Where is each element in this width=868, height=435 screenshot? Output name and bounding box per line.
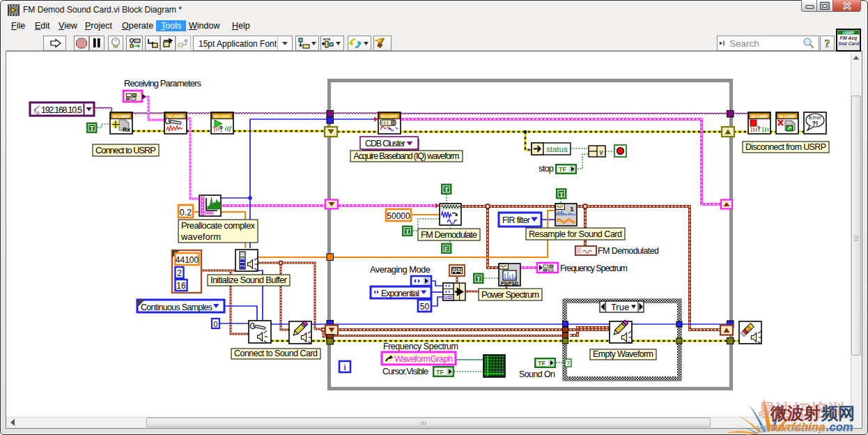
svg-text:?: ? [566,360,570,367]
svg-text:status: status [546,145,568,153]
svg-text:Continuous Samples: Continuous Samples [141,303,212,312]
svg-text:Sound On: Sound On [519,369,555,379]
svg-text:0.2: 0.2 [180,208,192,218]
svg-text:FM Acq: FM Acq [840,36,858,41]
svg-text:T: T [444,185,449,193]
svg-text:?: ? [825,38,830,49]
svg-text:T: T [90,124,94,132]
svg-text:NI·USRP: NI·USRP [779,114,796,119]
svg-text:Connect to USRP: Connect to USRP [95,145,156,155]
svg-text:Frequency Spectrum: Frequency Spectrum [383,342,458,351]
svg-text:Receiving Parameters: Receiving Parameters [124,78,202,89]
svg-text:WaveformGraph: WaveformGraph [394,354,453,364]
svg-text:.com: .com [826,420,853,433]
svg-text:?!: ?! [812,120,819,127]
svg-text:Connect to Sound Card: Connect to Sound Card [234,349,318,358]
svg-text:44100: 44100 [176,255,199,265]
svg-text:192.168.10.5: 192.168.10.5 [41,105,82,115]
svg-text:Averaging Mode: Averaging Mode [370,264,431,275]
svg-text:T: T [559,190,564,198]
svg-text:FM Demodulated: FM Demodulated [598,246,659,256]
svg-text:2: 2 [177,268,182,278]
svg-text:TF: TF [559,166,566,173]
svg-text:16: 16 [176,281,186,291]
svg-text:i: i [343,363,346,372]
svg-text:PS/PSD: PS/PSD [501,281,518,286]
svg-text:Initialize Sound Buffer: Initialize Sound Buffer [210,275,288,285]
svg-text:TF: TF [436,369,444,376]
svg-text:CDB Cluster: CDB Cluster [365,139,405,148]
svg-text:Power Spectrum: Power Spectrum [481,289,539,300]
svg-text:Empty Waveform: Empty Waveform [593,349,653,359]
svg-text:T: T [405,227,410,235]
svg-text:FIR filter: FIR filter [502,215,530,225]
svg-text:NI·USRP: NI·USRP [167,114,184,119]
svg-text:USRP: USRP [843,31,855,35]
svg-text:Resample for Sound Card: Resample for Sound Card [529,229,622,239]
svg-text:waveform: waveform [180,231,221,242]
svg-text:微波射: 微波射 [770,404,821,422]
svg-text:NI·USRP: NI·USRP [113,114,130,119]
svg-text:Exponential: Exponential [381,289,419,298]
svg-text:F: F [444,245,449,252]
svg-text:1: 1 [570,205,574,213]
svg-text:o: o [36,109,40,116]
svg-text:TF: TF [538,360,545,367]
svg-text:NI·USRP: NI·USRP [214,114,231,119]
svg-text:mwrfchina: mwrfchina [768,420,826,433]
svg-text:50000: 50000 [387,211,410,221]
svg-text:v: v [600,148,603,156]
svg-text:FM Demodulate: FM Demodulate [421,229,477,240]
svg-text:频网: 频网 [821,404,855,422]
svg-text:Acquire Baseband (IQ) waveform: Acquire Baseband (IQ) waveform [354,151,460,161]
svg-text:NI·USRP: NI·USRP [381,114,398,119]
svg-text:50: 50 [420,302,430,312]
svg-text:Snd Card: Snd Card [838,41,860,46]
svg-text:T: T [476,275,481,282]
svg-text:NI·USRP: NI·USRP [751,114,768,119]
svg-text:Disconnect from USRP: Disconnect from USRP [745,142,826,152]
svg-text:0: 0 [213,320,217,328]
svg-text:Preallocate complex: Preallocate complex [181,220,256,231]
svg-text:stop: stop [538,163,554,174]
svg-text:Cursor.Visible: Cursor.Visible [382,367,428,376]
svg-text:True: True [611,302,629,312]
svg-text:Frequency Spectrum: Frequency Spectrum [560,264,628,273]
svg-text:Rx: Rx [123,126,130,133]
svg-text:U32: U32 [444,295,453,300]
